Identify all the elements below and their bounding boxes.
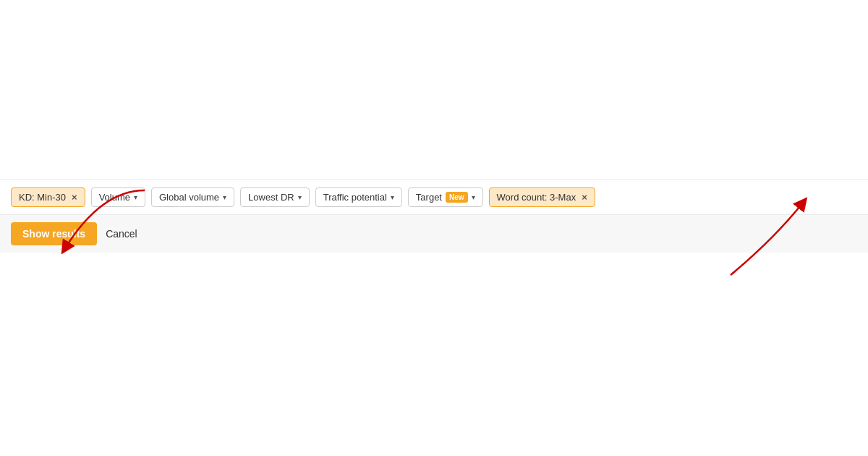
word-count-filter-label: Word count: 3-Max xyxy=(497,192,576,203)
global-volume-dropdown-arrow: ▾ xyxy=(223,193,226,201)
word-count-filter-close[interactable]: × xyxy=(582,193,587,202)
lowest-dr-filter-chip[interactable]: Lowest DR ▾ xyxy=(240,187,310,207)
kd-filter-label: KD: Min-30 xyxy=(19,192,66,203)
lowest-dr-filter-label: Lowest DR xyxy=(248,192,294,203)
global-volume-filter-label: Global volume xyxy=(159,192,219,203)
target-filter-label: Target xyxy=(416,192,442,203)
target-new-badge: New xyxy=(446,192,468,203)
lowest-dr-dropdown-arrow: ▾ xyxy=(298,193,302,201)
target-filter-chip[interactable]: Target New ▾ xyxy=(408,187,483,207)
action-bar: Show results Cancel xyxy=(0,215,868,253)
traffic-potential-filter-chip[interactable]: Traffic potential ▾ xyxy=(315,187,402,207)
volume-filter-chip[interactable]: Volume ▾ xyxy=(91,187,145,207)
kd-filter-close[interactable]: × xyxy=(72,193,77,202)
volume-dropdown-arrow: ▾ xyxy=(134,193,137,201)
volume-filter-label: Volume xyxy=(99,192,130,203)
show-results-button[interactable]: Show results xyxy=(11,222,97,245)
traffic-potential-dropdown-arrow: ▾ xyxy=(391,193,394,201)
main-container: KD: Min-30 × Volume ▾ Global volume ▾ Lo… xyxy=(0,0,868,456)
cancel-button[interactable]: Cancel xyxy=(106,228,137,240)
traffic-potential-filter-label: Traffic potential xyxy=(323,192,387,203)
global-volume-filter-chip[interactable]: Global volume ▾ xyxy=(151,187,234,207)
word-count-filter-chip[interactable]: Word count: 3-Max × xyxy=(489,187,595,207)
filter-bar: KD: Min-30 × Volume ▾ Global volume ▾ Lo… xyxy=(0,180,868,215)
kd-filter-chip[interactable]: KD: Min-30 × xyxy=(11,187,85,207)
target-dropdown-arrow: ▾ xyxy=(472,193,475,201)
filter-section: KD: Min-30 × Volume ▾ Global volume ▾ Lo… xyxy=(0,180,868,253)
